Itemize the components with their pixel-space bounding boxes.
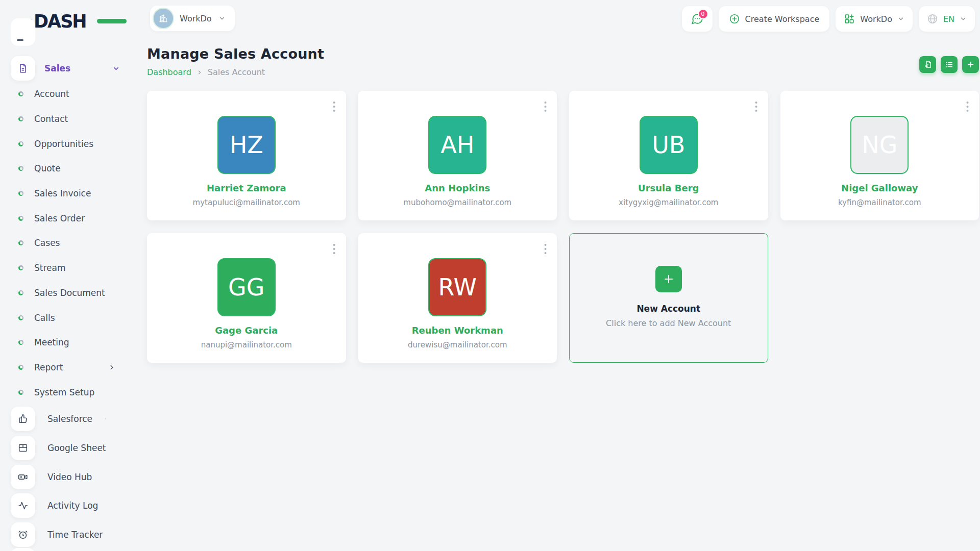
bullet-icon [18,116,23,121]
sidebar-item-report[interactable]: Report [0,355,122,380]
bullet-icon [18,265,23,270]
account-name[interactable]: Harriet Zamora [207,183,286,193]
breadcrumb-current: Sales Account [208,67,265,77]
sidebar-item-label: System Setup [34,387,122,397]
chevron-down-icon [112,65,120,72]
sidebar-item-label: Sales Order [34,213,122,223]
new-account-subtitle: Click here to add New Account [606,318,731,328]
file-export-icon [923,60,932,69]
sidebar-item-label: Time Tracker [47,530,127,540]
bullet-icon [18,240,23,245]
add-account-button[interactable] [962,56,979,73]
account-name[interactable]: Ann Hopkins [425,183,490,193]
account-email: kyfin@mailinator.com [838,198,921,207]
sidebar-item-video-hub[interactable]: Video Hub [0,462,127,491]
sidebar-item-label: Contact [34,114,122,124]
document-icon [11,56,35,81]
breadcrumb: Dashboard Sales Account [147,67,324,77]
account-name[interactable]: Gage Garcia [215,325,278,336]
chevron-right-icon [105,415,106,422]
sidebar-item-contact[interactable]: Contact [0,107,122,132]
account-card: HZ Harriet Zamora mytapuluci@mailinator.… [147,91,346,220]
main-content: Manage Sales Account Dashboard Sales Acc… [147,37,979,363]
account-name[interactable]: Reuben Workman [412,325,503,336]
page-title: Manage Sales Account [147,46,324,62]
sidebar-item-sales-invoice[interactable]: Sales Invoice [0,181,122,206]
card-menu-button[interactable] [540,242,550,256]
sidebar-item-label: Account [34,89,122,99]
chevron-right-icon [197,69,203,76]
workdo-menu-label: WorkDo [860,14,892,24]
sidebar-item-label: Meeting [34,337,122,347]
card-menu-button[interactable] [962,100,972,113]
list-view-button[interactable] [941,56,958,73]
messages-count-badge: 0 [698,9,708,19]
kebab-menu-icon [333,101,335,112]
account-card: UB Ursula Berg xitygyxig@mailinator.com [569,91,768,220]
thumbs-up-icon [11,407,35,431]
plus-icon [966,60,975,69]
top-header: DASH WorkDo 0 Create Wor [0,0,980,37]
bullet-icon [18,166,23,171]
sidebar-item-salesforce[interactable]: Salesforce [0,405,127,434]
sidebar-item-sales-document[interactable]: Sales Document [0,281,122,306]
new-account-card[interactable]: New Account Click here to add New Accoun… [569,233,768,363]
sidebar-item-account[interactable]: Account [0,82,122,107]
sidebar-item-label: Quote [34,163,122,173]
bullet-icon [18,290,23,295]
sidebar-item-label: Google Sheet [47,443,127,453]
sidebar-item-activity-log[interactable]: Activity Log [0,491,127,520]
sidebar-item-time-tracker[interactable]: Time Tracker [0,520,127,549]
page-actions [919,56,979,73]
kebab-menu-icon [755,101,757,112]
card-menu-button[interactable] [329,100,339,113]
plus-icon [655,266,682,292]
sidebar-item-label: Report [34,362,97,372]
card-menu-button[interactable] [329,242,339,256]
workdo-menu-button[interactable]: WorkDo [836,6,913,32]
sidebar-item-calls[interactable]: Calls [0,305,122,330]
chevron-down-icon [218,15,226,22]
sidebar-item-quote[interactable]: Quote [0,156,122,181]
activity-icon [11,493,35,518]
messages-button[interactable]: 0 [682,6,713,32]
sidebar-item-sales[interactable]: Sales [11,56,120,81]
language-code: EN [943,14,954,24]
sidebar-collapse-button[interactable] [11,18,35,46]
bullet-icon [18,91,23,96]
account-email: durewisu@mailinator.com [408,340,507,349]
account-card: RW Reuben Workman durewisu@mailinator.co… [358,233,557,363]
sidebar-modules: Salesforce Google Sheet Video Hub [0,405,127,549]
kebab-menu-icon [544,101,547,112]
language-selector[interactable]: EN [919,6,975,32]
card-menu-button[interactable] [540,100,550,113]
account-avatar: RW [428,258,486,316]
chevron-down-icon [897,15,904,22]
account-email: xitygyxig@mailinator.com [619,198,718,207]
breadcrumb-dashboard-link[interactable]: Dashboard [147,67,191,77]
export-button[interactable] [919,56,936,73]
bullet-icon [18,390,23,395]
sidebar-item-system-setup[interactable]: System Setup [0,380,122,405]
account-avatar: UB [640,116,698,174]
workspace-switcher[interactable]: WorkDo [150,6,235,31]
create-workspace-button[interactable]: Create Workspace [719,6,830,32]
sidebar-item-google-sheet[interactable]: Google Sheet [0,434,127,463]
sidebar-item-label: Activity Log [47,500,127,511]
create-workspace-label: Create Workspace [745,14,820,24]
sidebar-item-meeting[interactable]: Meeting [0,330,122,355]
account-avatar: NG [850,116,909,174]
account-avatar: AH [428,116,486,174]
bullet-icon [18,315,23,320]
account-name[interactable]: Nigel Galloway [841,183,918,193]
workspace-building-icon [154,9,173,28]
card-menu-button[interactable] [751,100,762,113]
sidebar-item-sales-order[interactable]: Sales Order [0,206,122,231]
account-email: mubohomo@mailinator.com [403,198,511,207]
plus-circle-icon [729,13,740,24]
sidebar-item-opportunities[interactable]: Opportunities [0,131,122,156]
account-name[interactable]: Ursula Berg [638,183,699,193]
sidebar-item-stream[interactable]: Stream [0,256,122,281]
sidebar-item-label: Sales Document [34,288,122,298]
sidebar-item-cases[interactable]: Cases [0,231,122,256]
